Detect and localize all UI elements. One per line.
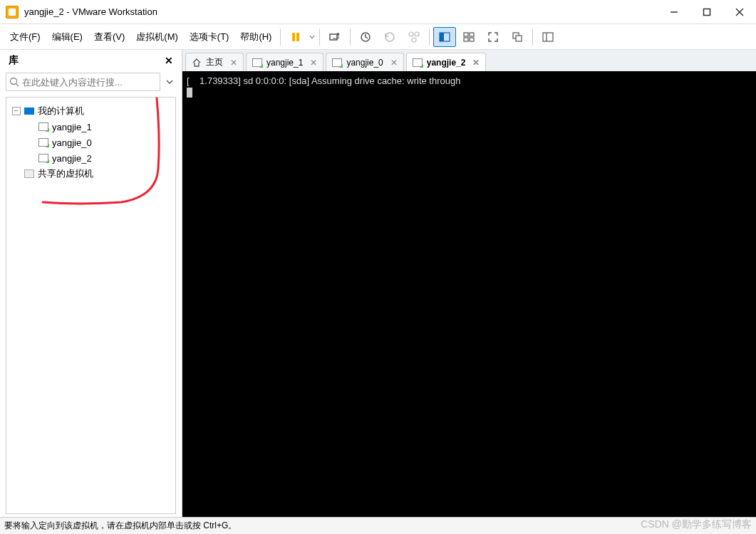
console-view-icon[interactable] [433, 27, 456, 47]
svg-rect-14 [464, 33, 468, 36]
svg-rect-17 [470, 38, 474, 41]
search-row [3, 70, 179, 94]
tree-label: 我的计算机 [38, 105, 84, 117]
tree-label: yangjie_1 [52, 122, 92, 132]
tab-close-icon[interactable]: ✕ [230, 58, 237, 68]
snapshot-manage-icon[interactable] [403, 27, 425, 47]
menubar: 文件(F) 编辑(E) 查看(V) 虚拟机(M) 选项卡(T) 帮助(H) [0, 24, 756, 50]
svg-rect-16 [464, 38, 468, 41]
tab-label: yangjie_1 [266, 58, 303, 68]
tab-close-icon[interactable]: ✕ [472, 58, 480, 68]
tab-home[interactable]: 主页 ✕ [185, 53, 244, 71]
library-toggle-icon[interactable] [537, 27, 559, 47]
menu-help[interactable]: 帮助(H) [234, 26, 277, 48]
svg-rect-13 [440, 33, 444, 41]
minimize-button[interactable] [658, 1, 690, 23]
tab-yangjie-1[interactable]: yangjie_1 ✕ [246, 53, 323, 71]
computer-icon [24, 105, 35, 117]
fullscreen-icon[interactable] [482, 27, 504, 47]
vm-icon [413, 58, 423, 68]
menu-file[interactable]: 文件(F) [4, 26, 46, 48]
svg-rect-15 [470, 33, 474, 36]
vm-console[interactable]: [ 1.739333] sd 0:0:0:0: [sda] Assuming d… [182, 71, 756, 517]
shared-vm-icon [24, 168, 35, 179]
unity-view-icon[interactable] [506, 27, 529, 47]
tree-node-vm-2[interactable]: yangjie_2 [9, 150, 172, 166]
svg-rect-20 [543, 33, 553, 41]
svg-line-23 [16, 84, 19, 87]
tree-node-shared[interactable]: 共享的虚拟机 [9, 166, 172, 182]
search-dropdown-icon[interactable] [163, 73, 176, 91]
separator [532, 28, 533, 46]
console-line: [ 1.739333] sd 0:0:0:0: [sda] Assuming d… [187, 75, 460, 86]
svg-point-8 [385, 33, 394, 41]
tab-yangjie-2[interactable]: yangjie_2 ✕ [406, 53, 487, 71]
svg-rect-6 [330, 34, 337, 40]
separator [350, 28, 351, 46]
tab-label: 主页 [206, 56, 223, 68]
vm-icon [38, 152, 49, 164]
svg-point-11 [412, 38, 416, 42]
vm-icon [332, 58, 342, 68]
search-box[interactable] [6, 73, 160, 91]
search-input[interactable] [22, 77, 157, 88]
vm-icon [38, 137, 49, 148]
window-controls [658, 1, 756, 23]
tab-yangjie-0[interactable]: yangjie_0 ✕ [326, 53, 403, 71]
separator [429, 28, 430, 46]
status-message: 要将输入定向到该虚拟机，请在虚拟机内部单击或按 Ctrl+G。 [4, 520, 752, 532]
search-icon [9, 77, 19, 87]
vm-icon [38, 121, 49, 132]
close-button[interactable] [723, 1, 756, 23]
svg-rect-5 [296, 33, 299, 41]
vmware-app-icon [6, 6, 19, 19]
vm-icon [252, 58, 262, 68]
thumbnail-view-icon[interactable] [457, 27, 480, 47]
pause-dropdown[interactable] [308, 34, 316, 40]
content-area: 主页 ✕ yangjie_1 ✕ yangjie_0 ✕ yangjie_2 ✕… [182, 50, 756, 517]
tab-label: yangjie_2 [427, 58, 466, 68]
svg-point-9 [409, 32, 413, 36]
snapshot-revert-icon[interactable] [378, 27, 401, 47]
menu-view[interactable]: 查看(V) [88, 26, 130, 48]
svg-rect-4 [292, 33, 295, 41]
tab-close-icon[interactable]: ✕ [310, 58, 317, 68]
tree-label: 共享的虚拟机 [38, 167, 93, 180]
tree-node-vm-1[interactable]: yangjie_1 [9, 119, 172, 135]
svg-rect-19 [516, 36, 522, 41]
separator [280, 28, 281, 46]
library-close-icon[interactable]: ✕ [165, 55, 173, 66]
send-ctrl-alt-del-icon[interactable] [323, 27, 346, 47]
library-sidebar: 库 ✕ − 我的计算机 yangjie_1 yangjie_0 [0, 50, 182, 517]
library-header: 库 ✕ [3, 50, 179, 70]
pause-button[interactable] [284, 27, 307, 47]
menu-edit[interactable]: 编辑(E) [46, 26, 88, 48]
library-title: 库 [9, 54, 165, 67]
menu-vm[interactable]: 虚拟机(M) [130, 26, 184, 48]
tab-close-icon[interactable]: ✕ [390, 58, 398, 68]
statusbar: 要将输入定向到该虚拟机，请在虚拟机内部单击或按 Ctrl+G。 [0, 517, 756, 534]
main-row: 库 ✕ − 我的计算机 yangjie_1 yangjie_0 [0, 50, 756, 517]
tree-node-vm-0[interactable]: yangjie_0 [9, 135, 172, 150]
svg-point-10 [415, 32, 419, 36]
svg-point-22 [11, 78, 17, 85]
tab-label: yangjie_0 [346, 58, 383, 68]
tree-label: yangjie_2 [52, 153, 92, 164]
maximize-button[interactable] [690, 1, 723, 23]
menu-tabs[interactable]: 选项卡(T) [184, 26, 235, 48]
tree-label: yangjie_0 [52, 137, 92, 148]
tabs: 主页 ✕ yangjie_1 ✕ yangjie_0 ✕ yangjie_2 ✕ [182, 50, 756, 71]
svg-rect-1 [704, 9, 710, 15]
tree-node-my-computer[interactable]: − 我的计算机 [9, 103, 172, 119]
home-icon [192, 58, 202, 68]
cursor-icon [187, 88, 192, 98]
snapshot-take-icon[interactable] [354, 27, 377, 47]
window-title: yangjie_2 - VMware Workstation [24, 6, 658, 17]
collapse-icon[interactable]: − [12, 107, 21, 115]
titlebar: yangjie_2 - VMware Workstation [0, 0, 756, 24]
library-tree: − 我的计算机 yangjie_1 yangjie_0 yangjie_2 共享… [6, 97, 176, 514]
separator [319, 28, 320, 46]
